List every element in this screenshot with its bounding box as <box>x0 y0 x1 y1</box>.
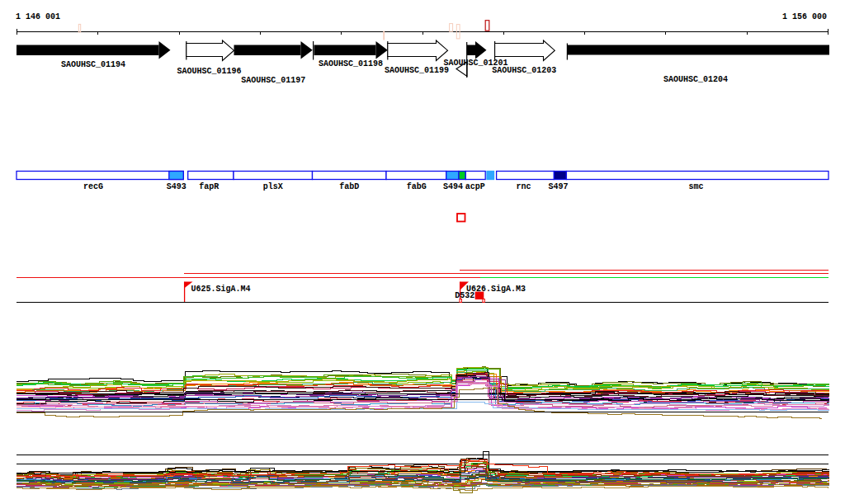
svg-text:fabG: fabG <box>407 182 427 191</box>
svg-text:U625.SigA.M4: U625.SigA.M4 <box>191 285 251 294</box>
svg-text:SAOUHSC_01197: SAOUHSC_01197 <box>241 76 305 85</box>
svg-text:D532: D532 <box>455 291 474 300</box>
svg-text:SAOUHSC_01199: SAOUHSC_01199 <box>385 66 449 75</box>
svg-text:recG: recG <box>83 182 103 191</box>
svg-text:SAOUHSC_01198: SAOUHSC_01198 <box>319 59 383 68</box>
svg-text:fabD: fabD <box>339 182 359 191</box>
svg-text:1 156 000: 1 156 000 <box>782 12 827 21</box>
svg-text:SAOUHSC_01203: SAOUHSC_01203 <box>492 66 556 75</box>
svg-text:fapR: fapR <box>199 182 219 191</box>
svg-text:SAOUHSC_01194: SAOUHSC_01194 <box>61 60 125 69</box>
svg-text:plsX: plsX <box>263 182 283 191</box>
svg-text:acpP: acpP <box>465 182 485 191</box>
svg-text:S497: S497 <box>548 182 568 191</box>
svg-text:1 146 001: 1 146 001 <box>16 12 60 21</box>
svg-text:S493: S493 <box>167 182 186 191</box>
svg-text:S494: S494 <box>443 182 463 191</box>
svg-text:SAOUHSC_01204: SAOUHSC_01204 <box>663 75 728 84</box>
svg-text:smc: smc <box>688 182 703 191</box>
svg-text:rnc: rnc <box>516 182 531 191</box>
svg-text:SAOUHSC_01196: SAOUHSC_01196 <box>177 67 242 76</box>
